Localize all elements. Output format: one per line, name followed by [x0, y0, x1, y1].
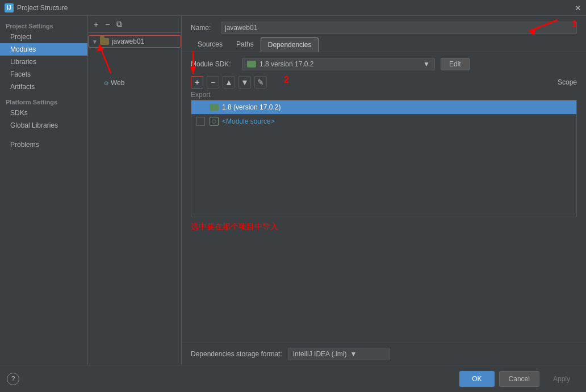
sidebar-item-artifacts[interactable]: Artifacts: [0, 81, 87, 93]
dep-edit-button[interactable]: ✎: [254, 76, 267, 88]
name-input[interactable]: [221, 22, 577, 34]
sdk-row: Module SDK: 1.8 version 17.0.2 ▼ Edit: [182, 52, 586, 74]
storage-row: Dependencies storage format: IntelliJ ID…: [182, 343, 586, 365]
dep-module-source-label: <Module source>: [222, 117, 275, 125]
sidebar-item-problems[interactable]: Problems: [0, 138, 87, 151]
dep-module-source-icon: ⬡: [210, 117, 219, 126]
annotation-area: 选中要在那个项目中导入: [182, 217, 586, 343]
dep-sdk-scope: [538, 107, 572, 108]
tree-expand-arrow: ▼: [92, 39, 98, 45]
name-row: Name: 1: [182, 16, 586, 37]
tree-remove-button[interactable]: −: [103, 19, 112, 30]
help-button[interactable]: ?: [7, 373, 19, 385]
dep-sdk-label: 1.8 (version 17.0.2): [222, 103, 538, 111]
sdk-dropdown-arrow: ▼: [423, 60, 430, 68]
sdk-folder-icon: [247, 61, 256, 68]
dep-table: 1.8 (version 17.0.2) ⬡ <Module source>: [191, 100, 577, 217]
platform-settings-label: Platform Settings: [0, 93, 87, 107]
tree-node-label: javaweb01: [112, 37, 144, 45]
ok-button[interactable]: OK: [459, 371, 494, 387]
tab-sources[interactable]: Sources: [191, 37, 229, 52]
dep-row-sdk[interactable]: 1.8 (version 17.0.2): [191, 100, 576, 115]
web-icon: ⊙: [104, 80, 108, 86]
tree-content: ▼ javaweb01 ⊙ Web: [88, 33, 181, 365]
project-settings-label: Project Settings: [0, 20, 87, 31]
tree-node-web[interactable]: ⊙ Web: [88, 77, 181, 88]
dep-add-button[interactable]: +: [191, 76, 203, 88]
tree-copy-button[interactable]: ⧉: [114, 18, 124, 30]
dep-toolbar: + − ▲ ▼ ✎ 2 Scope: [182, 74, 586, 91]
sidebar-item-project[interactable]: Project: [0, 31, 87, 43]
sidebar-item-facets[interactable]: Facets: [0, 68, 87, 81]
svg-line-0: [99, 45, 111, 73]
tree-panel: + − ⧉ ▼ javaweb01: [88, 16, 182, 365]
annotation-1: 1: [572, 19, 577, 29]
sidebar-item-global-libraries[interactable]: Global Libraries: [0, 119, 87, 132]
app-icon: IJ: [5, 3, 14, 12]
cancel-button[interactable]: Cancel: [499, 371, 539, 387]
sdk-value: 1.8 version 17.0.2: [259, 60, 313, 68]
annotation-2: 2: [284, 75, 289, 85]
apply-button[interactable]: Apply: [544, 371, 579, 387]
dep-down-button[interactable]: ▼: [238, 76, 251, 88]
window-title: Project Structure: [17, 4, 68, 12]
folder-icon: [100, 38, 109, 45]
tab-dependencies[interactable]: Dependencies: [261, 37, 319, 52]
main-layout: Project Settings Project Modules Librari…: [0, 16, 586, 365]
edit-button[interactable]: Edit: [441, 58, 470, 70]
storage-value: IntelliJ IDEA (.iml): [293, 350, 347, 358]
export-label: Export: [191, 91, 211, 99]
storage-select[interactable]: IntelliJ IDEA (.iml) ▼: [288, 348, 390, 360]
tree-node-web-label: Web: [111, 79, 124, 87]
dep-remove-button[interactable]: −: [207, 76, 219, 88]
sidebar-item-sdks[interactable]: SDKs: [0, 107, 87, 119]
sidebar-item-modules[interactable]: Modules: [0, 43, 87, 56]
tree-toolbar: + − ⧉: [88, 16, 181, 33]
tabs-row: Sources Paths Dependencies: [182, 37, 586, 52]
tree-add-button[interactable]: +: [91, 19, 101, 30]
title-bar: IJ Project Structure ✕: [0, 0, 586, 16]
sdk-label: Module SDK:: [191, 60, 236, 68]
dep-check-module-source[interactable]: [196, 117, 205, 126]
name-label: Name:: [191, 24, 216, 32]
tree-node-javaweb01[interactable]: ▼ javaweb01: [88, 35, 181, 48]
dep-sdk-icon: [210, 104, 219, 111]
close-button[interactable]: ✕: [575, 3, 581, 12]
dep-row-module-source[interactable]: ⬡ <Module source>: [191, 115, 576, 128]
dep-up-button[interactable]: ▲: [223, 76, 235, 88]
bottom-bar: ? OK Cancel Apply: [0, 365, 586, 392]
bottom-right-buttons: OK Cancel Apply: [459, 371, 579, 387]
tab-paths[interactable]: Paths: [229, 37, 261, 52]
content-panel: Name: 1 Sources Paths: [182, 16, 586, 365]
sidebar-item-libraries[interactable]: Libraries: [0, 56, 87, 68]
content-wrapper: Name: 1 Sources Paths: [182, 16, 586, 365]
storage-label: Dependencies storage format:: [191, 350, 282, 358]
sidebar: Project Settings Project Modules Librari…: [0, 16, 88, 365]
dep-check-sdk[interactable]: [196, 103, 205, 112]
sdk-select[interactable]: 1.8 version 17.0.2 ▼: [242, 58, 435, 70]
chinese-annotation: 选中要在那个项目中导入: [191, 222, 278, 231]
scope-label: Scope: [558, 78, 577, 86]
storage-dropdown-arrow: ▼: [350, 350, 357, 358]
sdk-select-text: 1.8 version 17.0.2: [247, 60, 313, 68]
